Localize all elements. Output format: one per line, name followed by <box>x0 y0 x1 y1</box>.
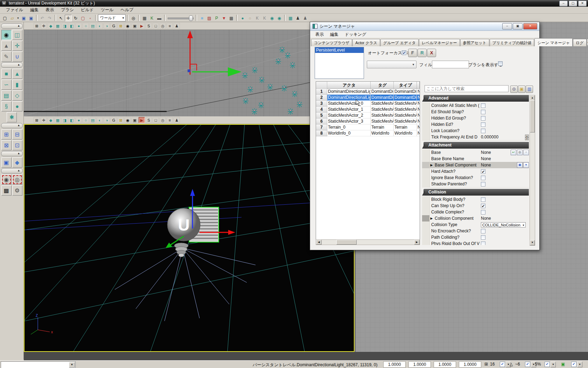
property-checkbox[interactable] <box>481 103 485 108</box>
foliage-sprite[interactable] <box>267 84 273 90</box>
delete-button[interactable]: X <box>427 49 436 57</box>
perspective-view-button[interactable]: ◆ <box>48 117 54 123</box>
lock-viewport-button[interactable]: ⊠ <box>118 23 124 29</box>
open-level-button[interactable]: ▱ <box>9 15 16 21</box>
value-spinner[interactable]: ▲▼ <box>525 135 529 140</box>
special-tools-button[interactable]: ⚙ <box>12 185 22 196</box>
spin-up-icon[interactable]: ▲ <box>525 135 529 137</box>
lit-mode-button[interactable]: ● <box>76 23 82 29</box>
actor-cell[interactable]: StaticMeshActor_2 <box>327 113 371 118</box>
cylinder-brush-button[interactable]: ▮ <box>12 80 22 90</box>
kismet-find2-button[interactable]: K <box>261 15 268 21</box>
scene-restore-button[interactable]: ▣ <box>513 23 523 29</box>
column-header-2[interactable]: タグ <box>371 82 394 89</box>
property-list[interactable]: AdvancedConsider All Static Mesh (Ed Sho… <box>422 95 529 245</box>
cone-brush-button[interactable]: ▲ <box>12 69 22 79</box>
foliage-sprite[interactable] <box>259 77 265 83</box>
rotate-tool-button[interactable]: ↻ <box>72 15 79 21</box>
undo-button[interactable]: ↶ <box>39 15 46 21</box>
top-viewport[interactable]: ⊞✛◆▦◨◧●○▤◐◑G⊠◉▣▶S□◎≡♟ <box>24 22 355 116</box>
collapse-icon[interactable]: ▲ <box>18 169 20 172</box>
maximize-viewport-button[interactable]: ⊞ <box>34 23 40 29</box>
brush-polys-button[interactable]: ■ <box>198 15 205 21</box>
scroll-up-icon[interactable]: ▲ <box>530 95 535 101</box>
scene-menu-item-docking[interactable]: ドッキング <box>342 31 369 38</box>
camera-type-button[interactable]: ▣ <box>132 23 138 29</box>
use-selected-button[interactable]: ↩ <box>511 150 516 155</box>
actor-cell[interactable]: WorldInfo_0 <box>327 130 371 136</box>
tag-cell[interactable]: StaticMeshA <box>371 113 394 118</box>
prefab-button[interactable]: P <box>213 15 220 21</box>
level-streaming-button[interactable]: ≡ <box>167 23 173 29</box>
actor-table-hscrollbar[interactable]: ◀ ▶ <box>316 239 420 245</box>
detail-mode-button[interactable]: ◐ <box>97 23 103 29</box>
game-view-button[interactable]: G <box>111 23 117 29</box>
foliage-sprite[interactable] <box>252 108 257 115</box>
table-row[interactable]: 7Terrain_0TerrainTerrainN <box>316 124 420 130</box>
property-checkbox[interactable] <box>481 241 485 245</box>
wireframe-brush-button[interactable]: ▨ <box>206 15 213 21</box>
wireframe-mode-button[interactable]: ▤ <box>90 117 96 123</box>
redo-button[interactable]: ↷ <box>46 15 53 21</box>
focus-button[interactable]: F <box>408 49 417 57</box>
drag-grid-field-2[interactable]: 1.0000 <box>434 361 456 368</box>
squint-mode-button[interactable]: S <box>146 117 152 123</box>
foliage-sprite[interactable] <box>297 101 302 108</box>
property-search-input[interactable] <box>425 85 509 92</box>
find-actor-button[interactable]: ◉ <box>268 15 275 21</box>
unlit-movement-button[interactable]: □ <box>153 117 159 123</box>
curved-stairs-brush-button[interactable]: ∽ <box>1 80 12 90</box>
collapse-icon[interactable]: ▲ <box>18 63 20 66</box>
scale-tool-button[interactable]: ▢ <box>79 15 86 21</box>
actor-cell[interactable]: DominantDirectionalLigh <box>327 89 371 95</box>
property-checkbox[interactable] <box>481 176 485 180</box>
scene-menu-item-view[interactable]: 表示 <box>312 31 327 38</box>
foliage-sprite[interactable] <box>292 91 298 97</box>
select-tool-button[interactable]: ↖ <box>57 15 64 21</box>
csg-subtract-button[interactable]: ⊟ <box>12 129 22 139</box>
scroll-left-icon[interactable]: ◀ <box>316 240 322 245</box>
detail-mode-button[interactable]: ◐ <box>97 117 103 123</box>
open-recent-dropdown[interactable]: ▾ <box>16 15 20 21</box>
wireframe-mode-button[interactable]: ▤ <box>90 23 96 29</box>
table-row[interactable]: 2DominantDirectionalLighDominantDirDomin… <box>316 95 420 101</box>
property-checkbox[interactable] <box>481 110 485 114</box>
game-view-button[interactable]: G <box>111 117 117 123</box>
translate-widget[interactable] <box>187 30 241 76</box>
tool-group-header-3[interactable]: ▲ <box>1 151 23 156</box>
perspective-view-button[interactable]: ◆ <box>48 23 54 29</box>
front-view-button[interactable]: ◨ <box>62 117 68 123</box>
top-viewport-canvas[interactable] <box>24 30 355 116</box>
foliage-sprite[interactable] <box>290 62 295 68</box>
expand-arrow-icon[interactable]: ▶ <box>430 163 433 167</box>
property-checkbox[interactable]: ✔ <box>481 169 485 174</box>
side-view-button[interactable]: ◧ <box>69 117 75 123</box>
property-lock-button[interactable]: ▣ <box>518 86 525 93</box>
terrain-mode-button[interactable]: ▲ <box>1 41 12 51</box>
table-row[interactable]: 1DominantDirectionalLighDominantDirDomin… <box>316 89 420 95</box>
show-flags-button[interactable]: ◉ <box>125 117 131 123</box>
scene-minimize-button[interactable]: – <box>502 23 512 29</box>
select-solid-button[interactable]: ◆ <box>12 157 22 168</box>
unlit-mode-button[interactable]: ○ <box>83 117 89 123</box>
foliage-sprite[interactable] <box>252 67 258 73</box>
actor-cell[interactable]: Terrain_0 <box>327 124 371 130</box>
collapse-icon[interactable]: ▲ <box>18 24 20 27</box>
menu-item-edit[interactable]: 編集 <box>27 6 42 14</box>
coordinate-system-combo[interactable]: ワールド▼ <box>98 14 126 21</box>
property-vscrollbar[interactable]: ▲ ▼ <box>530 95 535 246</box>
tab-primitive-stats[interactable]: プリミティブの統計値 <box>490 39 534 46</box>
content-browser-button[interactable]: ▦ <box>141 15 148 21</box>
tag-cell[interactable]: DominantDir <box>371 95 394 101</box>
tool-group-header-0[interactable]: ▲ <box>1 23 23 29</box>
realtime-button[interactable]: ▶ <box>139 23 145 29</box>
camera-type-button[interactable]: ▣ <box>132 117 138 123</box>
collapse-icon[interactable]: ▲ <box>18 152 20 155</box>
tab-scene-manager[interactable]: シーン マネージャ <box>534 38 573 46</box>
tag-cell[interactable]: StaticMeshA <box>371 101 394 107</box>
realtime-button[interactable]: ▶ <box>139 117 145 123</box>
special-lit-button[interactable]: ▩ <box>1 185 12 196</box>
kismet-button[interactable]: K <box>148 15 155 21</box>
new-level-button[interactable]: ▢ <box>1 15 8 21</box>
volumetric-brush-button[interactable]: ✱ <box>7 112 17 122</box>
